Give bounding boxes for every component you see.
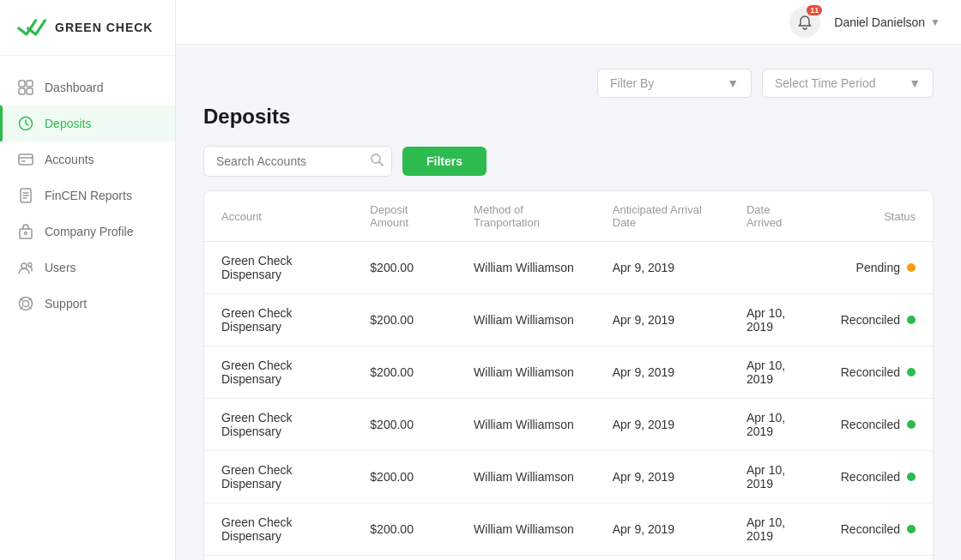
cell-method: William Williamson	[456, 503, 595, 556]
search-row: Filters	[203, 146, 934, 177]
sidebar-item-company-profile[interactable]: Company Profile	[0, 214, 175, 250]
status-text: Reconciled	[841, 470, 900, 484]
cell-status: Pending	[824, 242, 933, 294]
user-menu[interactable]: Daniel Danielson ▼	[834, 15, 940, 29]
cell-deposit-amount: $200.00	[353, 346, 456, 399]
sidebar-item-users[interactable]: Users	[0, 250, 175, 286]
col-date-arrived: Date Arrived	[729, 191, 824, 242]
table-row: Green Check Dispensary $200.00 William W…	[204, 399, 933, 451]
status-text: Reconciled	[841, 418, 900, 431]
cell-method: William Williamson	[456, 346, 595, 399]
svg-rect-3	[27, 88, 33, 94]
sidebar-item-deposits[interactable]: Deposits	[0, 105, 175, 142]
accounts-label: Accounts	[45, 153, 94, 166]
status-dot	[907, 473, 916, 481]
cell-status: Reconciled	[824, 556, 933, 561]
filter-by-dropdown[interactable]: Filter By ▼	[597, 69, 752, 98]
cell-account: Green Check Dispensary	[204, 294, 353, 346]
status-text: Reconciled	[841, 522, 900, 536]
bell-icon	[797, 15, 813, 30]
cell-method: William Williamson	[456, 242, 595, 294]
svg-rect-2	[19, 88, 25, 94]
notification-badge: 11	[807, 5, 822, 15]
company-profile-label: Company Profile	[45, 225, 134, 238]
users-icon	[17, 259, 34, 276]
deposits-table: Account Deposit Amount Method of Tranpor…	[204, 191, 933, 560]
table-row: Green Check Dispensary $200.00 William W…	[204, 556, 933, 561]
cell-date-arrived: Apr 10, 2019	[729, 399, 824, 451]
sidebar-item-support[interactable]: Support	[0, 286, 175, 322]
cell-date-arrived: Apr 10, 2019	[729, 346, 824, 399]
status-text: Reconciled	[841, 365, 900, 379]
cell-deposit-amount: $200.00	[353, 503, 456, 556]
table-row: Green Check Dispensary $200.00 William W…	[204, 242, 933, 294]
cell-anticipated-arrival: Apr 9, 2019	[595, 346, 729, 399]
fincen-icon	[17, 187, 34, 204]
chevron-down-icon: ▼	[930, 16, 940, 28]
deposits-label: Deposits	[45, 117, 91, 130]
cell-anticipated-arrival: Apr 9, 2019	[595, 451, 729, 503]
page-title: Deposits	[203, 105, 934, 129]
svg-point-17	[23, 301, 29, 307]
svg-point-14	[21, 263, 27, 268]
cell-date-arrived: Apr 10, 2019	[729, 503, 824, 556]
top-filter-bar: Filter By ▼ Select Time Period ▼	[203, 69, 934, 98]
col-status: Status	[824, 191, 933, 242]
svg-rect-5	[19, 154, 33, 165]
table-row: Green Check Dispensary $200.00 William W…	[204, 346, 933, 399]
sidebar-item-accounts[interactable]: Accounts	[0, 142, 175, 178]
search-input[interactable]	[203, 146, 392, 177]
cell-account: Green Check Dispensary	[204, 399, 353, 451]
cell-deposit-amount: $200.00	[353, 451, 456, 503]
search-icon-button[interactable]	[370, 153, 384, 170]
support-label: Support	[45, 297, 87, 310]
cell-deposit-amount: $200.00	[353, 399, 456, 451]
user-name: Daniel Danielson	[834, 15, 925, 29]
filter-by-chevron-icon: ▼	[727, 76, 739, 90]
search-icon	[370, 153, 384, 166]
sidebar-item-dashboard[interactable]: Dashboard	[0, 69, 175, 105]
table-row: Green Check Dispensary $200.00 William W…	[204, 451, 933, 503]
col-account: Account	[204, 191, 353, 242]
cell-account: Green Check Dispensary	[204, 556, 353, 561]
time-period-dropdown[interactable]: Select Time Period ▼	[762, 69, 934, 98]
company-icon	[17, 223, 34, 240]
status-dot	[907, 420, 916, 429]
svg-rect-1	[27, 81, 33, 87]
header: 11 Daniel Danielson ▼	[176, 0, 961, 45]
table-header-row: Account Deposit Amount Method of Tranpor…	[204, 191, 933, 242]
cell-status: Reconciled	[824, 346, 933, 399]
svg-line-23	[379, 162, 383, 166]
sidebar-nav: Dashboard Deposits Accounts	[0, 56, 175, 560]
sidebar-item-fincen[interactable]: FinCEN Reports	[0, 178, 175, 214]
cell-anticipated-arrival: Apr 9, 2019	[595, 503, 729, 556]
cell-anticipated-arrival: Apr 9, 2019	[595, 556, 729, 561]
table-row: Green Check Dispensary $200.00 William W…	[204, 503, 933, 556]
cell-anticipated-arrival: Apr 9, 2019	[595, 242, 729, 294]
filter-by-label: Filter By	[610, 76, 654, 90]
svg-rect-0	[19, 81, 25, 87]
status-dot	[907, 316, 916, 324]
fincen-label: FinCEN Reports	[45, 189, 132, 202]
sidebar: GREEN CHECK Dashboard Depos	[0, 0, 176, 560]
cell-method: William Williamson	[456, 294, 595, 346]
filters-button[interactable]: Filters	[402, 147, 487, 176]
cell-deposit-amount: $200.00	[353, 294, 456, 346]
status-text: Pending	[856, 261, 900, 274]
notification-button[interactable]: 11	[789, 7, 820, 38]
cell-anticipated-arrival: Apr 9, 2019	[595, 399, 729, 451]
deposits-table-container: Account Deposit Amount Method of Tranpor…	[203, 190, 934, 560]
users-label: Users	[45, 261, 76, 274]
col-method: Method of Tranportation	[456, 191, 595, 242]
svg-point-13	[25, 232, 27, 235]
cell-deposit-amount: $200.00	[353, 556, 456, 561]
cell-date-arrived: Apr 10, 2019	[729, 451, 824, 503]
logo-icon	[17, 15, 48, 39]
cell-account: Green Check Dispensary	[204, 451, 353, 503]
time-period-label: Select Time Period	[775, 76, 876, 90]
cell-status: Reconciled	[824, 451, 933, 503]
cell-deposit-amount: $200.00	[353, 242, 456, 294]
cell-date-arrived: Apr 10, 2019	[729, 294, 824, 346]
cell-status: Reconciled	[824, 294, 933, 346]
cell-account: Green Check Dispensary	[204, 346, 353, 399]
